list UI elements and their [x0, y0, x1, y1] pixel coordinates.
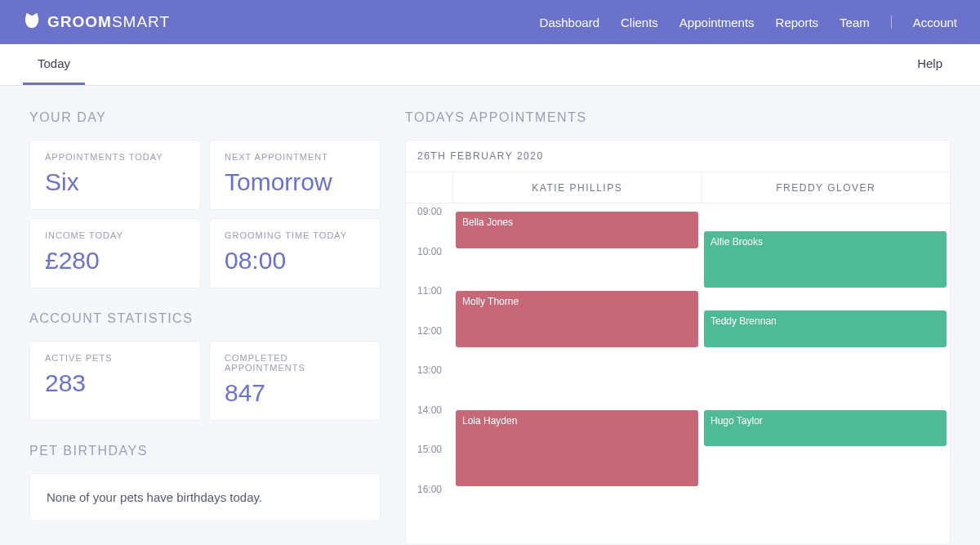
hour-label: 15:00: [406, 444, 453, 455]
card-appointments-today: APPOINTMENTS TODAY Six: [29, 140, 201, 210]
groomer-col-1: FREDDY GLOVER: [702, 172, 951, 203]
card-label: ACTIVE PETS: [45, 353, 185, 363]
card-income-today: INCOME TODAY £280: [29, 218, 201, 288]
main-nav: Dashboard Clients Appointments Reports T…: [540, 16, 957, 29]
schedule-date: 26TH FEBRUARY 2020: [406, 141, 950, 172]
card-value: Six: [45, 168, 185, 196]
hour-label: 09:00: [406, 206, 453, 217]
card-value: 08:00: [225, 247, 365, 275]
appointment-block[interactable]: Teddy Brennan: [704, 310, 947, 347]
card-label: COMPLETED APPOINTMENTS: [225, 353, 365, 373]
nav-appointments[interactable]: Appointments: [679, 16, 755, 29]
card-label: GROOMING TIME TODAY: [225, 230, 365, 240]
tab-today[interactable]: Today: [23, 44, 85, 85]
nav-dashboard[interactable]: Dashboard: [540, 16, 599, 29]
birthdays-title: PET BIRTHDAYS: [29, 444, 381, 458]
time-column: 09:0010:0011:0012:0013:0014:0015:0016:00: [406, 203, 453, 481]
birthdays-message: None of your pets have birthdays today.: [29, 473, 381, 521]
appointment-block[interactable]: Hugo Taylor: [704, 410, 947, 447]
nav-team[interactable]: Team: [840, 16, 870, 29]
card-label: NEXT APPOINTMENT: [225, 152, 365, 162]
appointment-block[interactable]: Lola Hayden: [456, 410, 698, 486]
hour-label: 14:00: [406, 404, 453, 416]
tab-help[interactable]: Help: [902, 44, 957, 85]
appointment-block[interactable]: Bella Jones: [456, 212, 698, 248]
top-bar: GROOMSMART Dashboard Clients Appointment…: [0, 0, 980, 44]
card-value: Tomorrow: [225, 168, 365, 196]
nav-divider: [891, 16, 892, 29]
right-column: TODAYS APPOINTMENTS 26TH FEBRUARY 2020 K…: [405, 110, 951, 545]
schedule: 26TH FEBRUARY 2020 KATIE PHILLIPS FREDDY…: [405, 140, 951, 545]
logo-icon: [23, 11, 41, 34]
hour-label: 13:00: [406, 364, 453, 376]
card-next-appointment: NEXT APPOINTMENT Tomorrow: [209, 140, 381, 210]
card-label: APPOINTMENTS TODAY: [45, 152, 185, 162]
card-value: 283: [45, 369, 185, 397]
card-value: 847: [225, 379, 365, 407]
schedule-header: KATIE PHILLIPS FREDDY GLOVER: [406, 172, 950, 203]
card-active-pets: ACTIVE PETS 283: [29, 341, 201, 421]
account-stats-title: ACCOUNT STATISTICS: [29, 311, 381, 326]
appointment-block[interactable]: Alfie Brooks: [704, 231, 947, 288]
schedule-columns: Bella JonesMolly ThorneLola Hayden Alfie…: [453, 203, 950, 481]
nav-reports[interactable]: Reports: [776, 16, 819, 29]
sub-bar: Today Help: [0, 44, 980, 86]
appointment-block[interactable]: Molly Thorne: [456, 291, 698, 347]
hour-label: 12:00: [406, 325, 453, 337]
logo-text-bold: GROOM: [47, 13, 112, 30]
appointments-title: TODAYS APPOINTMENTS: [405, 110, 951, 125]
left-column: YOUR DAY APPOINTMENTS TODAY Six NEXT APP…: [29, 110, 381, 545]
card-grooming-time: GROOMING TIME TODAY 08:00: [209, 218, 381, 288]
logo-text-light: SMART: [112, 13, 170, 30]
logo: GROOMSMART: [23, 11, 170, 34]
lane-1: Alfie BrooksTeddy BrennanHugo Taylor: [702, 203, 950, 481]
card-value: £280: [45, 247, 185, 275]
hour-label: 10:00: [406, 246, 453, 257]
time-column-header: [406, 172, 453, 203]
lane-0: Bella JonesMolly ThorneLola Hayden: [453, 203, 702, 481]
nav-clients[interactable]: Clients: [621, 16, 658, 29]
content: YOUR DAY APPOINTMENTS TODAY Six NEXT APP…: [0, 86, 980, 545]
card-completed-appointments: COMPLETED APPOINTMENTS 847: [209, 341, 381, 421]
hour-label: 16:00: [406, 484, 453, 495]
hour-label: 11:00: [406, 285, 453, 297]
groomer-col-0: KATIE PHILLIPS: [453, 172, 702, 203]
card-label: INCOME TODAY: [45, 230, 185, 240]
your-day-title: YOUR DAY: [29, 110, 381, 125]
nav-account[interactable]: Account: [913, 16, 957, 29]
schedule-body: 09:0010:0011:0012:0013:0014:0015:0016:00…: [406, 203, 950, 481]
